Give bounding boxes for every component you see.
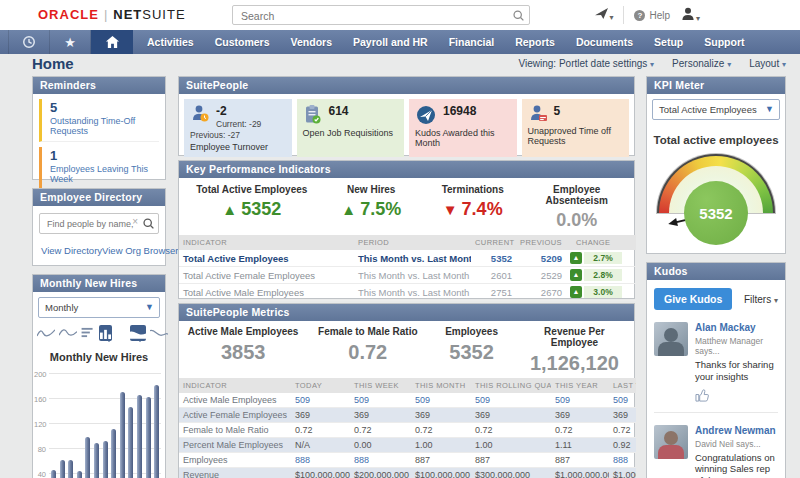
chart-type-line-2[interactable] [59,325,77,339]
bar[interactable] [137,395,142,478]
metrics-row[interactable]: Percent Male EmployeesN/A0.001.001.001.1… [179,438,636,453]
recent-records-button[interactable] [8,30,50,54]
reminder-count: 1 [50,148,159,163]
chart-type-bar-active[interactable] [99,325,112,341]
quick-add-icon[interactable]: ▾ [594,6,613,24]
hires-trend-portlet: Monthly New Hires Trend Monthly ▼ Monthl… [32,274,166,478]
post-author-link[interactable]: Andrew Newman [695,425,778,438]
nav-setup[interactable]: Setup [654,36,683,48]
layout-dropdown[interactable]: Layout ▾ [749,58,786,69]
tile-label: Unapproved Time off Requests [528,126,625,146]
reminders-header[interactable]: Reminders [33,77,165,94]
kpi-row-total-active[interactable]: Total Active Employees This Month vs. La… [179,250,636,267]
kpi-headline-absenteeism: Employee Absenteeism 0.0% [523,184,630,231]
thumbs-up-icon[interactable] [695,388,778,405]
metrics-row[interactable]: Revenue$100,000,000$200,000,000$100,000,… [179,468,636,478]
kpi-meter-header[interactable]: KPI Meter [647,77,785,94]
view-directory-link[interactable]: View Directory [41,245,102,256]
nav-menu: Activities Customers Vendors Payroll and… [133,30,744,54]
chart-type-area-active[interactable] [130,325,146,341]
bar[interactable] [85,437,90,478]
bar[interactable] [120,392,125,478]
clear-search-icon[interactable]: × [132,216,138,227]
nav-financial[interactable]: Financial [449,36,495,48]
bar[interactable] [68,460,73,478]
nav-reports[interactable]: Reports [515,36,555,48]
tile-unapproved-time-off[interactable]: 5 Unapproved Time off Requests [522,99,630,157]
tile-open-requisitions[interactable]: 614 Open Job Requisitions [297,99,405,157]
oracle-logo-text: ORACLE [38,7,99,22]
logo-divider: | [104,7,108,22]
metrics-header[interactable]: SuitePeople Metrics [179,304,634,321]
people-search-icon[interactable] [142,216,155,234]
bar[interactable] [128,407,133,478]
metrics-portlet: SuitePeople Metrics Active Male Employee… [178,303,635,478]
nav-vendors[interactable]: Vendors [291,36,332,48]
kpi-meter-selected-value: Total Active Employees [659,104,757,115]
post-text: Congratulations on winning Sales rep of … [695,452,778,478]
tile-value: 16948 [443,104,476,118]
help-menu[interactable]: ? Help [634,10,670,21]
bar[interactable] [94,443,99,478]
reminder-label[interactable]: Employees Leaving This Week [50,164,159,184]
reminder-label[interactable]: Outstanding Time-Off Requests [50,116,159,136]
metrics-row[interactable]: Active Female Employees36936936936936936… [179,408,636,423]
reminders-portlet: Reminders 5 Outstanding Time-Off Request… [32,76,166,180]
bar[interactable] [154,385,159,478]
bar[interactable] [111,429,116,478]
bar[interactable] [77,471,82,478]
home-tab[interactable] [91,30,133,54]
help-label: Help [649,10,670,21]
page-controls: Viewing: Portlet date settings ▾ Persona… [519,58,786,69]
people-search[interactable]: × [39,213,159,234]
kpi-header[interactable]: Key Performance Indicators [179,161,634,178]
hires-trend-header[interactable]: Monthly New Hires Trend [33,275,165,292]
kudos-header[interactable]: Kudos [647,263,785,280]
avatar [654,425,688,459]
reminder-count: 5 [50,100,159,115]
global-search[interactable] [232,5,530,25]
nav-documents[interactable]: Documents [576,36,633,48]
chevron-down-icon: ▼ [145,298,154,317]
chart-type-line-1[interactable] [37,325,55,339]
bar[interactable] [51,470,56,478]
nav-activities[interactable]: Activities [147,36,194,48]
metrics-row[interactable]: Active Male Employees509509509509509509 [179,393,636,408]
kudos-portlet: Kudos Give Kudos Filters ▾ Alan Mackay M… [646,262,786,478]
tile-employee-turnover[interactable]: -2 Current: -29 Previous: -27 Employee T… [184,99,292,157]
reminder-leaving[interactable]: 1 Employees Leaving This Week [39,147,159,190]
kpi-meter-select[interactable]: Total Active Employees ▼ [652,99,780,120]
bar[interactable] [60,460,65,478]
global-search-input[interactable] [239,7,503,24]
search-icon[interactable] [512,8,525,26]
suitepeople-header[interactable]: SuitePeople [179,77,634,94]
employee-directory-header[interactable]: Employee Directory [33,189,165,206]
user-menu[interactable]: ▾ [680,6,700,25]
home-icon [105,35,120,49]
nav-payroll-hr[interactable]: Payroll and HR [353,36,428,48]
view-org-browser-link[interactable]: View Org Browser [102,245,178,256]
metrics-headline-employees: Employees 5352 [428,326,515,375]
people-search-input[interactable] [45,216,137,231]
tile-kudos-awarded[interactable]: 16948 Kudos Awarded this Month [409,99,517,157]
metrics-row[interactable]: Female to Male Ratio0.720.720.720.720.72… [179,423,636,438]
bar[interactable] [146,397,151,478]
chevron-down-icon: ▼ [765,100,774,119]
metrics-row[interactable]: Employees888888887887887888 [179,453,636,468]
trend-period-select[interactable]: Monthly ▼ [38,297,160,318]
metrics-headline-revenue: Revenue Per Employee 1,126,120 [515,326,634,375]
bar[interactable] [103,441,108,478]
chart-type-list[interactable] [81,325,95,339]
shortcuts-button[interactable]: ★ [50,30,91,54]
post-author-link[interactable]: Alan Mackay [695,322,778,335]
kudos-filters-dropdown[interactable]: Filters ▾ [744,294,778,305]
nav-customers[interactable]: Customers [215,36,270,48]
give-kudos-button[interactable]: Give Kudos [654,288,732,310]
kpi-row-male[interactable]: Total Active Male Employees This Month v… [179,284,636,301]
nav-support[interactable]: Support [704,36,744,48]
personalize-dropdown[interactable]: Personalize ▾ [672,58,731,69]
chart-type-line-3[interactable] [150,325,168,339]
viewing-dropdown[interactable]: Viewing: Portlet date settings ▾ [519,58,655,69]
kpi-row-female[interactable]: Total Active Female Employees This Month… [179,267,636,284]
reminder-time-off[interactable]: 5 Outstanding Time-Off Requests [39,99,159,142]
